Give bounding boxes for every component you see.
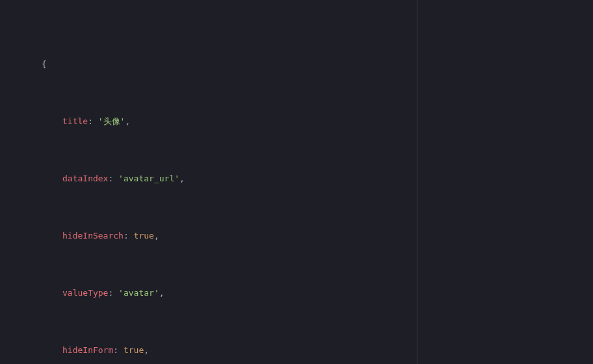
code-line: { (10, 57, 593, 72)
code-line: hideInForm: true, (10, 343, 593, 358)
code-line: title: '头像', (10, 114, 593, 129)
code-line: valueType: 'avatar', (10, 286, 593, 300)
code-editor[interactable]: { title: '头像', dataIndex: 'avatar_url', … (0, 0, 593, 364)
code-line: dataIndex: 'avatar_url', (10, 172, 593, 186)
code-content[interactable]: { title: '头像', dataIndex: 'avatar_url', … (10, 0, 593, 364)
code-line: hideInSearch: true, (10, 229, 593, 243)
brace-open: { (42, 59, 47, 69)
